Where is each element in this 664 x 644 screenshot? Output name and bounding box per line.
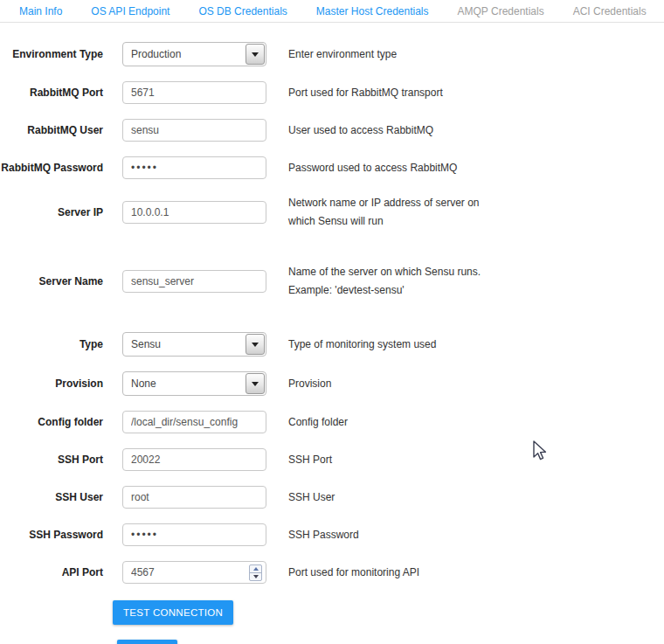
server-ip-input[interactable] — [122, 201, 266, 224]
server-name-input[interactable] — [122, 270, 266, 293]
ssh-user-input[interactable] — [122, 486, 266, 509]
tab-os-db-credentials[interactable]: OS DB Credentials — [198, 5, 287, 17]
api-port-label: API Port — [0, 566, 103, 579]
form-row-rabbitmq-password: RabbitMQ Password Password used to acces… — [0, 156, 664, 179]
type-select[interactable]: Sensu — [122, 332, 266, 357]
rabbitmq-user-help: User used to access RabbitMQ — [288, 121, 498, 140]
form-row-rabbitmq-user: RabbitMQ User User used to access Rabbit… — [0, 119, 664, 142]
form-row-server-ip: Server IP Network name or IP address of … — [0, 194, 664, 231]
api-port-stepper[interactable] — [249, 564, 262, 581]
form-row-ssh-password: SSH Password SSH Password — [0, 523, 664, 546]
rabbitmq-port-label: RabbitMQ Port — [0, 87, 103, 100]
provision-label: Provision — [0, 377, 103, 391]
type-help: Type of monitoring system used — [288, 336, 498, 354]
tab-os-api-endpoint[interactable]: OS API Endpoint — [91, 5, 169, 17]
ssh-port-label: SSH Port — [0, 454, 103, 467]
form-row-type: Type Sensu Type of monitoring system use… — [0, 332, 664, 357]
environment-type-help: Enter environment type — [288, 45, 498, 64]
chevron-down-icon[interactable] — [246, 334, 265, 355]
server-name-help: Name of the server on which Sensu runs. … — [288, 263, 498, 300]
type-value: Sensu — [123, 338, 246, 350]
form-row-provision: Provision None Provision — [0, 371, 664, 396]
ssh-port-help: SSH Port — [288, 451, 498, 469]
provision-help: Provision — [288, 375, 498, 393]
monitoring-form: Environment Type Production Enter enviro… — [0, 23, 664, 644]
server-ip-label: Server IP — [0, 206, 103, 219]
rabbitmq-port-help: Port used for RabbitMQ transport — [288, 84, 498, 102]
environment-type-label: Environment Type — [0, 48, 103, 61]
tab-master-host-credentials[interactable]: Master Host Credentials — [316, 5, 429, 17]
test-connection-button[interactable]: TEST CONNECTION — [113, 600, 233, 625]
rabbitmq-password-label: RabbitMQ Password — [0, 162, 103, 175]
rabbitmq-password-help: Password used to access RabbitMQ — [288, 159, 498, 177]
config-folder-help: Config folder — [288, 413, 498, 432]
environment-type-select[interactable]: Production — [122, 42, 266, 66]
form-row-ssh-user: SSH User SSH User — [0, 486, 664, 509]
chevron-down-icon[interactable] — [246, 44, 265, 65]
ssh-user-label: SSH User — [0, 491, 103, 504]
ssh-password-label: SSH Password — [0, 529, 103, 542]
ssh-password-help: SSH Password — [288, 526, 498, 544]
form-row-environment-type: Environment Type Production Enter enviro… — [0, 42, 664, 66]
ssh-password-input[interactable] — [122, 523, 266, 546]
rabbitmq-password-input[interactable] — [122, 156, 266, 179]
form-row-server-name: Server Name Name of the server on which … — [0, 263, 664, 300]
tab-main-info[interactable]: Main Info — [19, 5, 62, 17]
form-row-ssh-port: SSH Port SSH Port — [0, 448, 664, 471]
ssh-port-input[interactable] — [122, 448, 266, 471]
config-folder-label: Config folder — [0, 416, 103, 429]
rabbitmq-user-label: RabbitMQ User — [0, 124, 103, 137]
environment-type-value: Production — [123, 48, 246, 60]
provision-value: None — [123, 377, 246, 390]
api-port-help: Port used for monitoring API — [288, 564, 498, 582]
type-label: Type — [0, 338, 103, 351]
chevron-down-icon[interactable] — [246, 373, 265, 394]
form-row-config-folder: Config folder Config folder — [0, 411, 664, 433]
submit-button[interactable]: SUBMIT — [117, 640, 177, 644]
api-port-input[interactable] — [122, 561, 266, 584]
tab-bar: Main Info OS API Endpoint OS DB Credenti… — [0, 0, 664, 23]
provision-select[interactable]: None — [122, 371, 266, 396]
rabbitmq-port-input[interactable] — [122, 81, 266, 104]
tab-amqp-credentials[interactable]: AMQP Credentials — [458, 5, 544, 17]
stepper-down-icon[interactable] — [250, 573, 261, 580]
server-ip-help: Network name or IP address of server on … — [288, 194, 498, 231]
server-name-label: Server Name — [0, 275, 103, 288]
form-row-api-port: API Port Port used for monitoring API — [0, 561, 664, 584]
tab-aci-credentials[interactable]: ACI Credentials — [573, 5, 647, 17]
form-row-rabbitmq-port: RabbitMQ Port Port used for RabbitMQ tra… — [0, 81, 664, 104]
stepper-up-icon[interactable] — [250, 565, 261, 573]
config-folder-input[interactable] — [122, 411, 266, 433]
ssh-user-help: SSH User — [288, 488, 498, 507]
rabbitmq-user-input[interactable] — [122, 119, 266, 142]
